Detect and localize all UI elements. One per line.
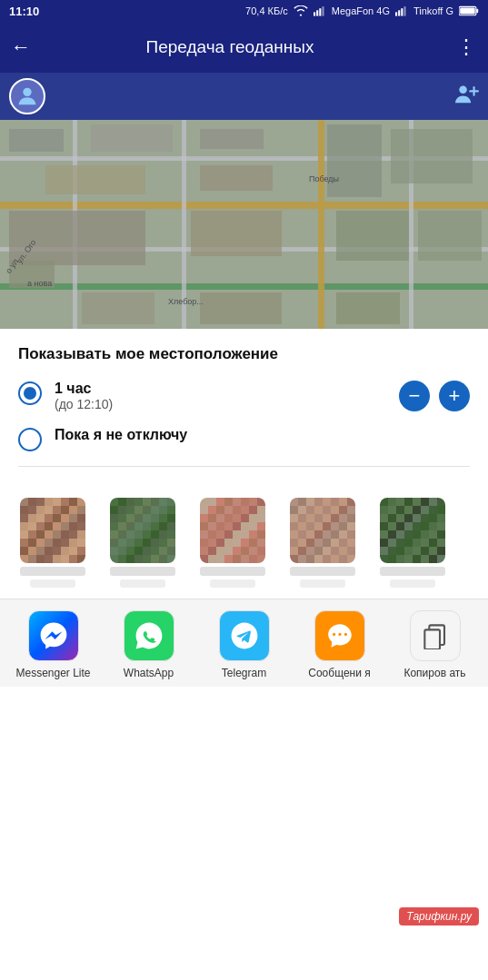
wifi-icon [294,5,308,16]
add-person-icon [453,83,479,104]
share-item-soobsheni[interactable]: Сообщени я [299,610,381,681]
svg-rect-5 [398,10,400,15]
contact-name-bar [380,567,445,576]
decrement-button[interactable]: − [399,381,430,411]
back-button[interactable]: ← [11,35,31,59]
soobsheni-label: Сообщени я [308,667,370,681]
avatar-pixels [200,498,265,563]
share-item-copy[interactable]: Копиров ать [394,610,476,681]
option-1-hour-sublabel: (до 12:10) [55,397,386,411]
contact-subname-bar [120,579,165,588]
svg-rect-3 [322,6,324,16]
contact-name-bar [290,567,355,576]
menu-button[interactable]: ⋮ [456,35,477,59]
copy-label: Копиров ать [403,667,465,681]
messages-icon [325,621,354,650]
person-icon [15,84,40,109]
contacts-row [9,494,479,591]
avatar-pixels [380,498,445,563]
avatar-pixels [20,498,85,563]
whatsapp-icon [134,621,164,650]
contact-card[interactable] [9,494,95,591]
option-1-hour-label: 1 час [55,380,386,397]
option-forever-text: Пока я не отключу [55,426,470,443]
soobsheni-icon-wrap [314,610,365,661]
telegram-icon [230,621,259,650]
contact-name-bar [110,567,175,576]
svg-rect-6 [401,8,403,15]
map-view[interactable]: ул. Ого о ул. а нова Победы Хлебор... [0,120,488,329]
option-forever-row[interactable]: Пока я не отключу [18,426,470,451]
contact-avatar [290,498,355,563]
status-bar: 11:10 70,4 КБ/с MegaFon 4G Tinkoff G [0,0,488,22]
svg-rect-1 [316,10,318,15]
svg-rect-0 [314,12,315,15]
option-1-hour-text: 1 час (до 12:10) [55,380,386,411]
section-divider [18,466,470,467]
whatsapp-icon-wrap [124,610,174,661]
contact-row [0,73,488,120]
toolbar: ← Передача геоданных ⋮ [0,22,488,73]
contact-card[interactable] [189,494,275,591]
add-contact-button[interactable] [453,83,479,110]
svg-point-11 [23,88,31,96]
contact-avatar [200,498,265,563]
contact-avatar [380,498,445,563]
contacts-grid [0,483,488,599]
app-name: Tinkoff G [413,5,453,16]
option-controls: − + [399,381,470,411]
share-item-messenger[interactable]: Messenger Lite [13,610,95,681]
radio-1-hour[interactable] [18,381,42,405]
watermark: Тарифкин.ру [399,907,479,926]
svg-rect-10 [460,7,475,14]
share-section: Messenger Lite WhatsApp Telegram Сообщен… [0,599,488,687]
messenger-icon-wrap [28,610,79,661]
signal-icon [314,5,326,16]
svg-rect-4 [395,12,397,15]
share-item-telegram[interactable]: Telegram [204,610,285,681]
telegram-label: Telegram [222,667,266,681]
radio-forever[interactable] [18,428,42,451]
carrier-name: MegaFon 4G [332,5,390,16]
svg-rect-16 [424,630,440,650]
battery-icon [459,5,479,16]
contact-avatar [110,498,175,563]
svg-rect-9 [476,9,478,14]
increment-button[interactable]: + [439,381,470,411]
avatar-pixels [110,498,175,563]
svg-rect-2 [319,8,321,15]
contact-subname-bar [210,579,255,588]
status-right: 70,4 КБ/с MegaFon 4G Tinkoff G [245,5,479,16]
copy-icon-wrap [410,610,461,661]
avatar-pixels [290,498,355,563]
contact-subname-bar [390,579,435,588]
option-forever-label: Пока я не отключу [55,426,470,443]
avatar[interactable] [9,78,45,114]
location-heading: Показывать мое местоположение [18,345,470,363]
copy-icon [422,622,449,649]
map-overlay [0,120,488,329]
contact-name-bar [200,567,265,576]
option-1-hour-row[interactable]: 1 час (до 12:10) − + [18,380,470,411]
contact-name-bar [20,567,85,576]
contact-card[interactable] [99,494,185,591]
contact-subname-bar [30,579,75,588]
contact-card[interactable] [279,494,365,591]
svg-rect-7 [403,6,405,16]
share-row: Messenger Lite WhatsApp Telegram Сообщен… [0,610,488,681]
whatsapp-label: WhatsApp [124,667,174,681]
share-item-whatsapp[interactable]: WhatsApp [108,610,190,681]
status-time: 11:10 [9,5,39,18]
page-title: Передача геоданных [42,37,418,57]
messenger-label: Messenger Lite [15,667,90,681]
contact-avatar [20,498,85,563]
carrier-signal-icon [395,5,408,16]
network-speed: 70,4 КБ/с [245,5,288,16]
map-background: ул. Ого о ул. а нова Победы Хлебор... [0,120,488,329]
contact-card[interactable] [369,494,455,591]
svg-point-12 [459,85,467,94]
radio-1-hour-fill [24,387,36,400]
location-section: Показывать мое местоположение 1 час (до … [0,329,488,483]
telegram-icon-wrap [219,610,270,661]
messenger-icon [39,621,68,650]
